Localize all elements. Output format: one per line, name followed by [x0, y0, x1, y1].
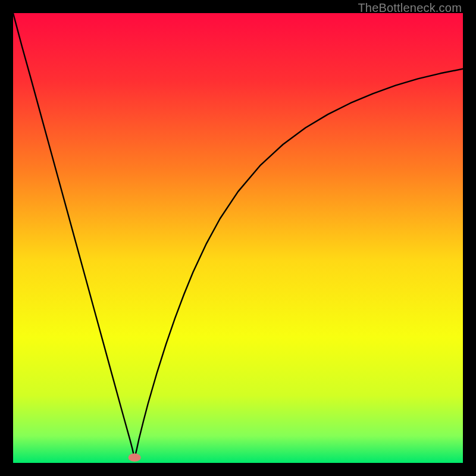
watermark-text: TheBottleneck.com: [358, 1, 462, 15]
vertex-marker: [129, 453, 141, 462]
bottleneck-chart: [13, 13, 463, 463]
chart-frame: [13, 13, 463, 463]
gradient-bg: [13, 13, 463, 463]
